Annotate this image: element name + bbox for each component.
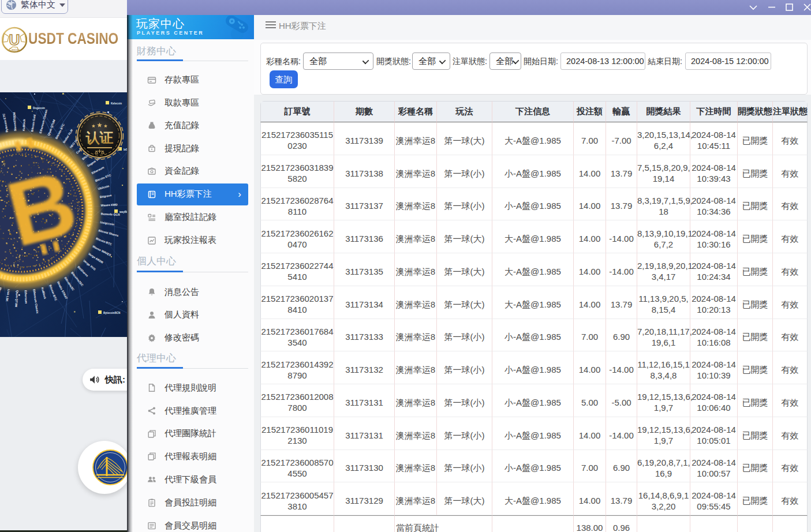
svg-text:Kelecoin: Kelecoin [111,102,122,105]
svg-text:wayBit: wayBit [119,211,127,213]
svg-text:BytecoinBCN: BytecoinBCN [103,312,121,314]
svg-text:Casino: Casino [9,48,20,51]
svg-text:U: U [9,31,20,48]
svg-text:Ethereum: Ethereum [24,290,28,304]
svg-text:KuBlock: KuBlock [22,119,26,131]
svg-text:认证: 认证 [85,130,114,145]
svg-text:Dogecoin: Dogecoin [33,107,45,110]
